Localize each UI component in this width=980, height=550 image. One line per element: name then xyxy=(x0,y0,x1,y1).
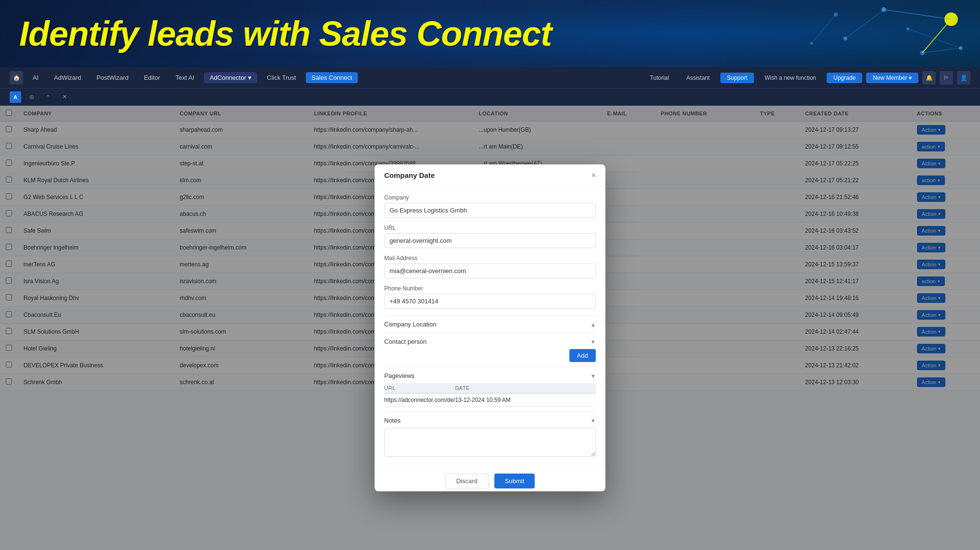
svg-line-9 xyxy=(922,48,961,53)
pageviews-url-value: https://adconnector.com/de/ xyxy=(384,393,455,407)
company-location-section[interactable]: Company Location ▲ xyxy=(384,321,596,328)
divider-2 xyxy=(384,333,596,333)
main-content: COMPANY COMPANY URL LINKEDIN PROFILE LOC… xyxy=(0,106,980,550)
pageviews-url-col: URL xyxy=(384,383,455,393)
mail-input[interactable] xyxy=(384,263,596,278)
nav-tab-adconnector[interactable]: AdConnector ▾ xyxy=(204,72,257,83)
phone-label: Phone Number xyxy=(384,285,596,292)
network-decoration xyxy=(691,0,980,67)
discard-button[interactable]: Discard xyxy=(445,474,489,488)
svg-line-7 xyxy=(922,19,951,53)
nav-right: Tutorial Assistant Support Wish a new fu… xyxy=(643,71,970,85)
hero-banner: Identify leads with Sales Connect xyxy=(0,0,980,67)
new-member-btn[interactable]: New Member ▾ xyxy=(866,73,918,83)
svg-line-13 xyxy=(812,14,836,43)
tutorial-btn[interactable]: Tutorial xyxy=(643,73,676,83)
modal-footer: Discard Submit xyxy=(375,466,605,491)
hero-title: Identify leads with Sales Connect xyxy=(19,14,552,53)
flag-icon[interactable]: 🏳 xyxy=(940,71,953,85)
notes-chevron-down-icon: ▼ xyxy=(591,418,596,424)
wish-btn[interactable]: Wish a new function xyxy=(758,73,823,83)
nav-tab-adwizard[interactable]: AdWizard xyxy=(48,72,87,83)
sub-nav: A ◎ " ✕ xyxy=(0,88,980,106)
pageviews-row: https://adconnector.com/de/ 13-12-2024 1… xyxy=(384,393,596,407)
modal-body: Company URL Mail Address Phone Number xyxy=(375,187,605,466)
nav-tab-salesconnect[interactable]: Sales Connect xyxy=(306,72,358,83)
notification-icon[interactable]: 🔔 xyxy=(922,71,936,85)
nav-tab-ai[interactable]: AI xyxy=(27,72,44,83)
divider-1 xyxy=(384,315,596,316)
notes-textarea[interactable] xyxy=(384,428,596,457)
add-contact-button[interactable]: Add xyxy=(569,349,596,362)
pageviews-section[interactable]: Pageviews ▼ xyxy=(384,372,596,379)
notes-section[interactable]: Notes ▼ xyxy=(384,417,596,424)
company-field-group: Company xyxy=(384,194,596,218)
svg-line-10 xyxy=(908,29,961,48)
support-btn[interactable]: Support xyxy=(720,73,754,83)
nav-tab-postwizard[interactable]: PostWizard xyxy=(91,72,134,83)
chevron-down-icon: ▼ xyxy=(591,339,596,345)
contact-person-label: Contact person xyxy=(384,338,427,345)
pageviews-chevron-down-icon: ▼ xyxy=(591,373,596,379)
submit-button[interactable]: Submit xyxy=(494,474,535,488)
company-input[interactable] xyxy=(384,203,596,218)
pageviews-table: URL DATE https://adconnector.com/de/ 13-… xyxy=(384,383,596,407)
user-icon[interactable]: 👤 xyxy=(957,71,970,85)
nav-tab-textai[interactable]: Text AI xyxy=(170,72,200,83)
logo-a-icon[interactable]: A xyxy=(10,91,21,103)
url-input[interactable] xyxy=(384,233,596,248)
upgrade-btn[interactable]: Upgrade xyxy=(827,73,862,83)
pageviews-label: Pageviews xyxy=(384,372,415,379)
url-label: URL xyxy=(384,225,596,231)
svg-line-8 xyxy=(845,10,884,38)
modal-header: Company Date × xyxy=(375,164,605,187)
modal-title: Company Date xyxy=(384,171,435,179)
company-date-modal: Company Date × Company URL Mail Address xyxy=(375,164,605,491)
url-field-group: URL xyxy=(384,225,596,248)
notes-label: Notes xyxy=(384,417,401,424)
mail-label: Mail Address xyxy=(384,255,596,262)
pageviews-date-value: 13-12-2024 10:59 AM xyxy=(455,393,596,407)
assistant-btn[interactable]: Assistant xyxy=(679,73,716,83)
logo-quote-icon[interactable]: " xyxy=(42,91,54,103)
svg-line-6 xyxy=(884,10,951,19)
nav-bar: 🏠 AI AdWizard PostWizard Editor Text AI … xyxy=(0,67,980,88)
mail-field-group: Mail Address xyxy=(384,255,596,278)
company-location-label: Company Location xyxy=(384,321,436,328)
phone-field-group: Phone Number xyxy=(384,285,596,309)
logo-x-icon[interactable]: ✕ xyxy=(59,91,70,103)
nav-tab-editor[interactable]: Editor xyxy=(138,72,166,83)
phone-input[interactable] xyxy=(384,294,596,309)
company-label: Company xyxy=(384,194,596,201)
pageviews-date-col: DATE xyxy=(455,383,596,393)
contact-person-section[interactable]: Contact person ▼ xyxy=(384,338,596,345)
divider-3 xyxy=(384,367,596,367)
logo-circle-icon[interactable]: ◎ xyxy=(26,91,38,103)
home-icon[interactable]: 🏠 xyxy=(10,71,23,85)
nav-tab-clicktrust[interactable]: Click Trust xyxy=(261,72,302,83)
add-button-container: Add xyxy=(384,349,596,362)
chevron-up-icon: ▲ xyxy=(591,322,596,327)
modal-close-button[interactable]: × xyxy=(591,172,596,179)
modal-overlay: Company Date × Company URL Mail Address xyxy=(0,106,980,550)
divider-4 xyxy=(384,412,596,412)
